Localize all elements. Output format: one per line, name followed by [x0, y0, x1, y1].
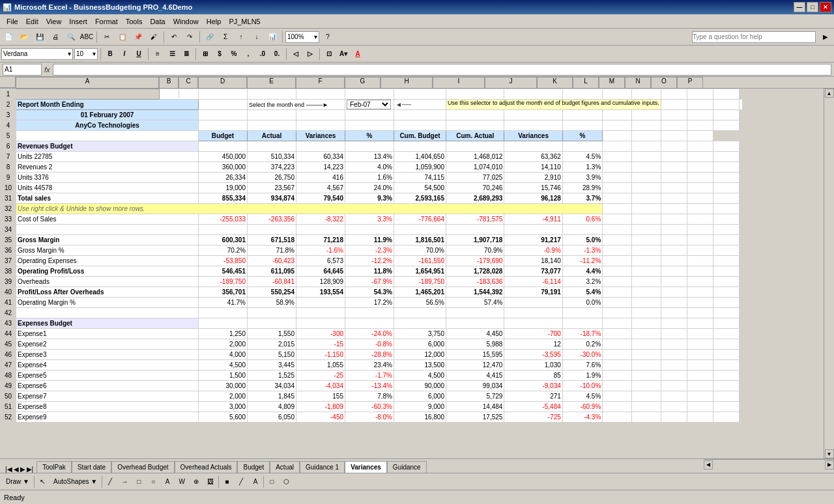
- table-cell[interactable]: [199, 110, 248, 120]
- table-cell[interactable]: Gross Margin: [16, 235, 199, 245]
- table-cell[interactable]: [631, 120, 661, 131]
- table-cell[interactable]: Profit/Loss After Overheads: [16, 287, 199, 298]
- table-cell[interactable]: 3.3%: [345, 214, 394, 225]
- align-left[interactable]: ≡: [151, 48, 164, 60]
- table-cell[interactable]: 11.8%: [345, 266, 394, 277]
- table-cell[interactable]: [446, 141, 504, 152]
- table-cell[interactable]: [446, 89, 504, 100]
- table-cell[interactable]: [248, 89, 296, 100]
- font-color-button[interactable]: A: [351, 48, 364, 60]
- percent-format[interactable]: %: [227, 48, 240, 60]
- table-cell[interactable]: 2,015: [248, 339, 296, 350]
- table-cell[interactable]: 13,500: [394, 360, 446, 371]
- table-cell[interactable]: 4.0%: [345, 162, 394, 173]
- table-cell[interactable]: [713, 214, 739, 225]
- table-cell[interactable]: 1.9%: [562, 371, 602, 381]
- table-cell[interactable]: [687, 120, 713, 131]
- table-cell[interactable]: [713, 266, 739, 277]
- table-cell[interactable]: [603, 131, 632, 141]
- table-cell[interactable]: [603, 308, 632, 318]
- table-cell[interactable]: -60,423: [248, 256, 296, 266]
- table-cell[interactable]: -25: [296, 371, 345, 381]
- table-cell[interactable]: [603, 120, 632, 131]
- window-controls[interactable]: — □ ✕: [794, 2, 831, 12]
- table-cell[interactable]: ◄──: [394, 100, 446, 110]
- copy-button[interactable]: 📋: [115, 31, 130, 44]
- diagram-tool[interactable]: ⊕: [190, 476, 203, 488]
- table-cell[interactable]: [631, 225, 661, 235]
- table-cell[interactable]: 4.5%: [562, 152, 602, 162]
- table-cell[interactable]: Cost of Sales: [16, 214, 199, 225]
- table-cell[interactable]: 71.8%: [248, 245, 296, 256]
- table-cell[interactable]: [687, 183, 713, 193]
- table-cell[interactable]: -18.7%: [562, 329, 602, 339]
- menu-data[interactable]: Data: [146, 16, 169, 27]
- table-cell[interactable]: 60,334: [296, 152, 345, 162]
- table-cell[interactable]: [713, 245, 739, 256]
- table-cell[interactable]: -0.9%: [504, 245, 562, 256]
- table-cell[interactable]: [345, 308, 394, 318]
- table-cell[interactable]: [687, 412, 713, 423]
- align-right[interactable]: ≣: [180, 48, 193, 60]
- table-cell[interactable]: [661, 225, 687, 235]
- table-cell[interactable]: [713, 100, 739, 110]
- table-cell[interactable]: [603, 110, 632, 120]
- table-cell[interactable]: 1,465,201: [394, 287, 446, 298]
- paste-button[interactable]: 📌: [131, 31, 145, 44]
- table-cell[interactable]: 271: [504, 391, 562, 402]
- table-cell[interactable]: [687, 162, 713, 173]
- table-cell[interactable]: 73,077: [504, 266, 562, 277]
- italic-button[interactable]: I: [118, 48, 131, 60]
- table-cell[interactable]: [661, 277, 687, 287]
- table-cell[interactable]: 1,728,028: [446, 266, 504, 277]
- sheet-nav-arrows[interactable]: |◀ ◀ ▶ ▶|: [3, 466, 36, 473]
- table-cell[interactable]: [713, 360, 739, 371]
- borders-button[interactable]: ⊡: [323, 48, 336, 60]
- table-cell[interactable]: [504, 120, 562, 131]
- wordart-tool[interactable]: W: [175, 476, 188, 488]
- table-cell[interactable]: 3,000: [199, 402, 248, 412]
- table-cell[interactable]: [631, 173, 661, 183]
- table-cell[interactable]: 0.0%: [562, 298, 602, 308]
- format-painter[interactable]: 🖌: [147, 31, 161, 44]
- table-cell[interactable]: 5,988: [446, 339, 504, 350]
- sort-asc[interactable]: ↑: [234, 31, 248, 44]
- table-cell[interactable]: [296, 225, 345, 235]
- table-cell[interactable]: [687, 193, 713, 204]
- chart-wizard[interactable]: 📊: [265, 31, 280, 44]
- table-cell[interactable]: [603, 256, 632, 266]
- table-cell[interactable]: [631, 214, 661, 225]
- table-cell[interactable]: 4,450: [446, 329, 504, 339]
- font-size-selector[interactable]: 10 ▾: [74, 48, 98, 60]
- table-cell[interactable]: 7.8%: [345, 391, 394, 402]
- table-cell[interactable]: [713, 89, 739, 100]
- table-cell[interactable]: 54,500: [394, 183, 446, 193]
- col-header-i[interactable]: I: [433, 77, 485, 89]
- col-header-k[interactable]: K: [537, 77, 573, 89]
- table-cell[interactable]: -1.7%: [345, 371, 394, 381]
- table-cell[interactable]: [631, 318, 661, 329]
- table-cell[interactable]: -53,850: [199, 256, 248, 266]
- restore-button[interactable]: □: [807, 2, 818, 12]
- merge-cells[interactable]: ⊞: [199, 48, 212, 60]
- table-cell[interactable]: -2.3%: [345, 245, 394, 256]
- help-icon[interactable]: ?: [321, 31, 335, 44]
- table-cell[interactable]: -13.4%: [345, 381, 394, 391]
- table-cell[interactable]: [661, 412, 687, 423]
- table-cell[interactable]: [631, 412, 661, 423]
- scroll-right-arrow[interactable]: ▶: [825, 460, 834, 469]
- table-cell[interactable]: Units 3376: [16, 173, 199, 183]
- table-cell[interactable]: [394, 308, 446, 318]
- table-cell[interactable]: [296, 89, 345, 100]
- table-cell[interactable]: 3,750: [394, 329, 446, 339]
- table-cell[interactable]: 79,540: [296, 193, 345, 204]
- table-cell[interactable]: 6,000: [394, 391, 446, 402]
- table-cell[interactable]: [394, 318, 446, 329]
- horizontal-scrollbar[interactable]: ◀ ▶: [704, 459, 834, 469]
- table-cell[interactable]: [713, 120, 739, 131]
- table-cell[interactable]: 855,334: [199, 193, 248, 204]
- table-cell[interactable]: Operating Expenses: [16, 256, 199, 266]
- table-cell[interactable]: [446, 110, 504, 120]
- table-cell[interactable]: 1,250: [199, 329, 248, 339]
- table-cell[interactable]: [562, 308, 602, 318]
